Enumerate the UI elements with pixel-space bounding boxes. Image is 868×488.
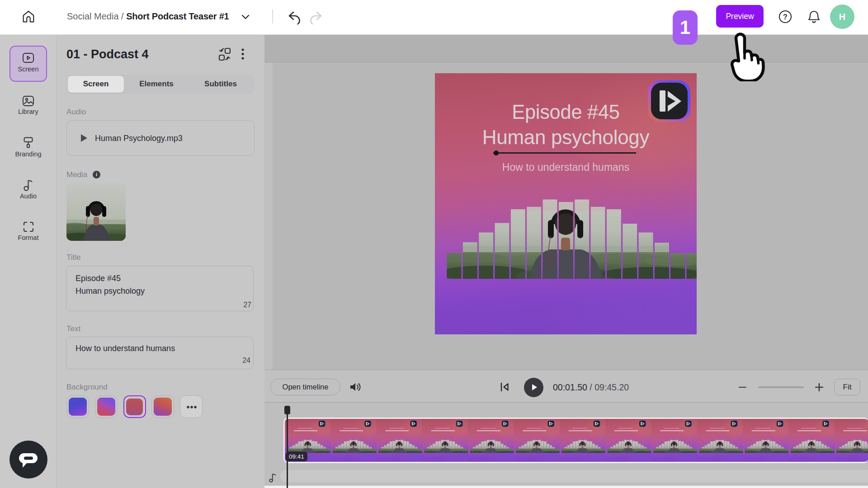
- svg-text:?: ?: [783, 13, 788, 21]
